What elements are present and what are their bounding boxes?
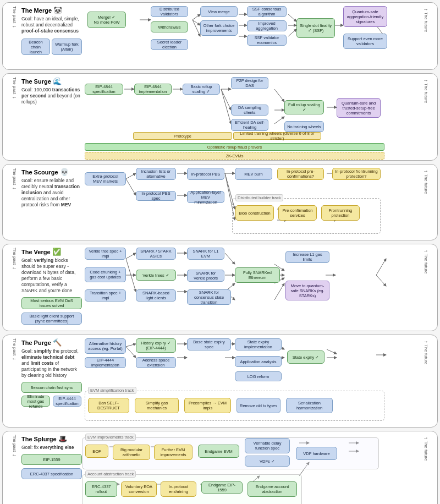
node-eip4844-spec: EIP-4844 specification	[85, 84, 123, 95]
node-simplify-gas: Simplify gas mechanics	[135, 398, 179, 413]
node-ban-self-destruct: Ban SELF-DESTRUCT	[88, 398, 129, 413]
verge-content: Verkle tree spec + impl SNARK / STARK AS…	[85, 248, 419, 327]
section-splurge: The past ← The Splurge 🎩 Goal: fix every…	[2, 431, 438, 504]
svg-line-50	[376, 259, 386, 275]
purge-emoji: 🔨	[53, 338, 62, 347]
svg-line-35	[126, 253, 136, 259]
svg-line-53	[126, 347, 136, 358]
svg-line-60	[327, 349, 337, 354]
future-label-surge: The future	[424, 83, 428, 103]
scourge-content: Extra-protocol MEV markets Inclusion lis…	[85, 168, 419, 237]
surge-emoji: 🌊	[53, 77, 62, 85]
node-big-modular-arith: Big modular arithmetic	[113, 445, 150, 460]
node-blob-construction: Blob construction	[235, 205, 274, 221]
past-label-scourge: The past	[12, 168, 17, 185]
arrow-left-splurge: ←	[12, 452, 17, 458]
evm-improvements-track-box: EVM improvements track EOF Big modular a…	[82, 437, 379, 469]
node-app-analysis: Application analysis	[235, 356, 282, 367]
verge-side-right: → The future	[420, 248, 432, 273]
surge-side-left: The past ←	[8, 77, 20, 100]
node-distributed-validators: Distributed validators	[151, 6, 188, 17]
node-quantum-safe-commit: Quantum-safe and trusted-setup-free comm…	[337, 98, 381, 118]
node-address-space: Address space extension	[136, 357, 176, 368]
node-p2p-das: P2P design for DAS	[231, 77, 268, 89]
node-ssf: Single slot finality ✓ (SSF)	[296, 18, 335, 38]
svg-line-19	[274, 89, 284, 102]
arrow-left-purge: ←	[12, 355, 17, 361]
section-merge: The past ← The Merge 🐼 Goal: have an ide…	[2, 2, 438, 70]
node-full-rollup-scaling: Full rollup scaling ✓	[284, 100, 324, 114]
node-fully-snarked: Fully SNARKed Ethereum	[235, 267, 280, 283]
merge-side-right: → The future	[420, 6, 432, 32]
surge-left: The Surge 🌊 Goal: 100,000 transactions p…	[21, 77, 85, 105]
splurge-left: The Splurge 🎩 Goal: fix everything else …	[21, 435, 82, 481]
roadmap-container: The past ← The Merge 🐼 Goal: have an ide…	[0, 0, 440, 504]
svg-line-20	[274, 117, 284, 124]
node-eip4844-impl: EIP-4844 implementation	[134, 84, 172, 95]
surge-side-right: → The future	[420, 77, 432, 103]
past-label-splurge: The past	[12, 435, 17, 452]
node-snark-l1-evm: SNARK for L1 EVM	[187, 248, 224, 260]
arrow-right-verge: →	[423, 248, 428, 254]
purge-title-text: The Purge	[21, 339, 51, 346]
splurge-title-text: The Splurge	[21, 436, 57, 442]
node-beacon-launch: Beacon chain launch	[21, 39, 50, 55]
node-frontrunning-protection: Frontrunning protection	[321, 205, 360, 221]
node-app-mev-min: Application-layer MEV minimization	[187, 191, 224, 203]
node-increase-l1-gas: Increase L1 gas limits	[285, 251, 329, 263]
bar-optimistic-rollup: Optimistic rollup fraud provers	[85, 143, 384, 151]
node-serialization-harmonization: Serialization harmonization	[286, 398, 333, 413]
node-more-validators: Support even more validators	[343, 34, 387, 49]
arrow-right-splurge: →	[423, 435, 428, 441]
splurge-emoji: 🎩	[58, 435, 67, 443]
node-basic-rollup: Basic rollup scaling ✓	[183, 84, 220, 95]
svg-line-3	[193, 20, 200, 36]
future-label-merge: The future	[424, 12, 428, 32]
node-log-reform: LOG reform	[235, 371, 282, 381]
future-label-scourge: The future	[424, 174, 428, 194]
node-efficient-da: Efficient DA self-healing	[231, 119, 268, 131]
svg-line-2	[193, 20, 200, 25]
svg-line-23	[126, 179, 136, 195]
svg-line-22	[126, 173, 136, 179]
scourge-side-right: → The future	[420, 168, 432, 194]
svg-line-9	[288, 29, 296, 36]
distributed-builder-track-box: Distributed builder track Blob construct…	[232, 198, 381, 234]
surge-title: The Surge 🌊	[21, 77, 81, 85]
node-alt-history-access: Alternative history access (eg. Portal)	[85, 338, 126, 354]
node-eip4444-impl: EIP-4444 implementation	[85, 357, 126, 368]
node-remove-old-tx: Remove old tx types	[237, 398, 280, 413]
node-precompiles-evm: Precompiles → EVM impls	[184, 398, 231, 413]
node-improved-agg: Improved aggregation	[247, 20, 287, 31]
arrow-right-scourge: →	[423, 168, 428, 174]
purge-side-right: → The future	[420, 338, 432, 364]
node-eip1559: EIP-1559	[21, 454, 82, 465]
node-view-merge: View merge	[200, 6, 238, 17]
distributed-builder-track-label: Distributed builder track	[235, 194, 283, 201]
scourge-title-text: The Scourge	[21, 169, 58, 176]
verge-arrows	[85, 248, 419, 327]
future-label-purge: The future	[424, 344, 428, 364]
past-label-merge: The past	[12, 6, 17, 23]
merge-side-left: The past ←	[8, 6, 20, 29]
node-no-training-wheels: No training wheels	[284, 121, 324, 132]
node-frontrunning: In-protocol frontrunning protection?	[332, 168, 381, 180]
splurge-content: EVM improvements track EOF Big modular a…	[82, 435, 419, 504]
future-label-splurge: The future	[424, 441, 428, 461]
past-label-purge: The past	[12, 338, 17, 355]
scourge-side-left: The past ←	[8, 168, 20, 191]
node-in-protocol-enshrining: In-protocol enshrining	[161, 481, 196, 497]
surge-title-text: The Surge	[21, 78, 51, 85]
node-state-expiry: State expiry ✓	[287, 350, 324, 364]
node-endgame-eip1559: Endgame EIP-1559	[201, 481, 243, 494]
node-state-expiry-impl: State expiry implementation	[235, 338, 282, 350]
node-eliminate-gas-refunds: Eliminate most gas refunds	[21, 396, 50, 407]
node-preconfirmations: In-protocol pre-confirmations?	[277, 168, 324, 180]
section-purge: The past ← The Purge 🔨 Goal: simplify th…	[2, 335, 438, 428]
node-base-state-expiry: Base state expiry spec	[187, 338, 231, 350]
node-merge-pow: Merge! ✓No more PoW	[87, 12, 126, 28]
node-snark-verkle: SNARK for Verkle proofs	[187, 270, 224, 282]
svg-line-52	[126, 344, 136, 347]
node-quantum-safe-sigs: Quantum-safe aggregation-friendly signat…	[343, 6, 387, 27]
svg-line-41	[225, 253, 235, 264]
